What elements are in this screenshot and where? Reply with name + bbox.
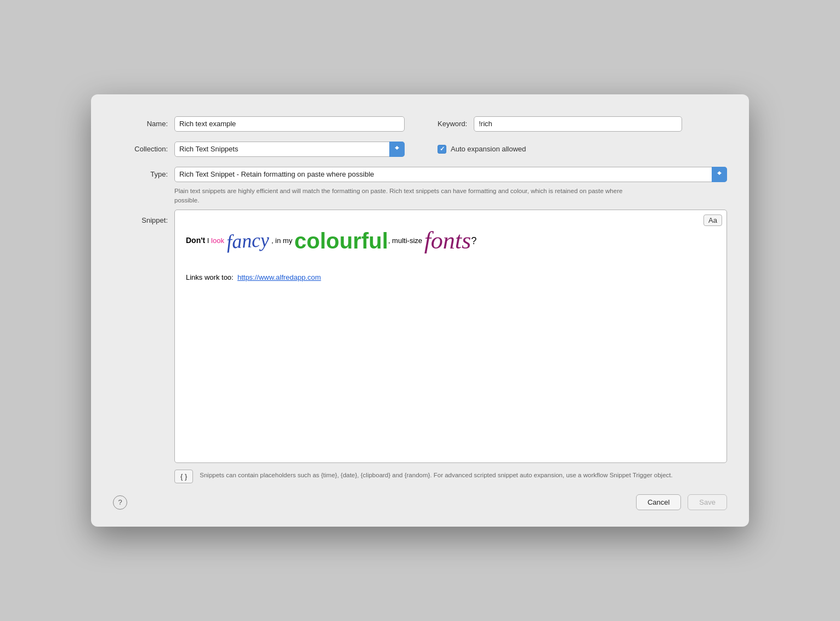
collection-select-wrapper: Rich Text Snippets: [174, 142, 405, 157]
snippet-normal-text3: , multi-size: [388, 234, 424, 247]
type-description: Plain text snippets are highly efficient…: [174, 187, 640, 206]
keyword-label: Keyword:: [438, 120, 467, 128]
auto-expansion-section: Auto expansion allowed: [438, 145, 526, 154]
keyword-section: Keyword:: [438, 116, 682, 132]
keyword-input[interactable]: [474, 116, 682, 132]
snippet-label: Snippet:: [113, 210, 168, 224]
snippet-area[interactable]: Aa Don't I look fancy , in my colourful …: [174, 210, 727, 463]
auto-expansion-checkbox-wrapper: Auto expansion allowed: [438, 145, 526, 154]
type-select-wrapper: Rich Text Snippet - Retain formatting on…: [174, 167, 727, 182]
snippet-line1: Don't I look fancy , in my colourful , m…: [186, 219, 716, 262]
type-label: Type:: [113, 170, 168, 178]
collection-row: Collection: Rich Text Snippets Auto expa…: [113, 142, 727, 157]
name-label: Name:: [113, 120, 168, 128]
curly-braces-button[interactable]: { }: [174, 470, 193, 483]
snippet-question: ?: [471, 232, 476, 250]
name-input[interactable]: [174, 116, 405, 132]
snippet-normal-text1: I: [205, 234, 211, 247]
collection-select[interactable]: Rich Text Snippets: [174, 142, 405, 157]
auto-expansion-label: Auto expansion allowed: [451, 145, 526, 153]
snippet-fonts-text: fonts: [424, 219, 472, 262]
snippet-fancy-text: fancy: [226, 230, 270, 252]
save-button: Save: [688, 494, 727, 510]
footer-buttons: Cancel Save: [636, 494, 727, 510]
snippet-row: Snippet: Aa Don't I look fancy , in my c…: [113, 210, 727, 463]
snippet-bottom: { } Snippets can contain placeholders su…: [174, 470, 727, 483]
name-row: Name: Keyword:: [113, 116, 727, 132]
footer: ? Cancel Save: [113, 494, 727, 510]
snippet-line2: Links work too: https://www.alfredapp.co…: [186, 273, 716, 281]
snippet-normal-text2: , in my: [271, 234, 294, 247]
snippet-bold-text: Don't: [186, 234, 205, 247]
snippet-links-text: Links work too:: [186, 273, 234, 281]
main-window: Name: Keyword: Collection: Rich Text Sni…: [91, 94, 749, 527]
snippet-pink-text: look: [211, 234, 224, 247]
collection-label: Collection:: [113, 145, 168, 153]
help-button[interactable]: ?: [113, 495, 127, 510]
placeholder-text: Snippets can contain placeholders such a…: [200, 470, 672, 480]
auto-expansion-checkbox[interactable]: [438, 145, 446, 154]
aa-button[interactable]: Aa: [703, 214, 722, 226]
type-row: Type: Rich Text Snippet - Retain formatt…: [113, 167, 727, 182]
cancel-button[interactable]: Cancel: [636, 494, 681, 510]
snippet-content: Don't I look fancy , in my colourful , m…: [175, 210, 727, 462]
snippet-link[interactable]: https://www.alfredapp.com: [237, 273, 321, 281]
snippet-colourful-text: colourful: [294, 221, 388, 261]
type-select[interactable]: Rich Text Snippet - Retain formatting on…: [174, 167, 727, 182]
snippet-toolbar: Aa: [703, 214, 722, 226]
